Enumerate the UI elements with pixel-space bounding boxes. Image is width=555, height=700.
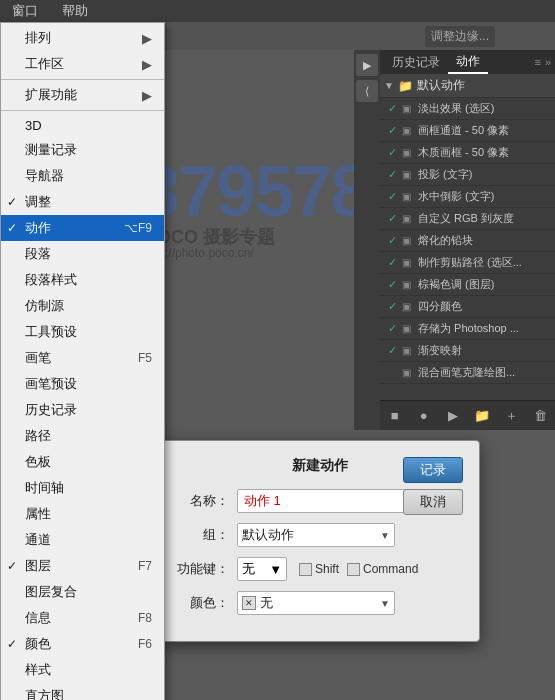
menu-item-adjustments[interactable]: ✓ 调整: [1, 189, 164, 215]
panel-tab-icons: ≡ »: [534, 56, 551, 68]
menu-item-tool-presets[interactable]: 工具预设: [1, 319, 164, 345]
dialog-color-row: 颜色： ✕ 无 ▼: [177, 591, 463, 615]
menu-item-brush[interactable]: 画笔 F5: [1, 345, 164, 371]
tab-history[interactable]: 历史记录: [384, 52, 448, 73]
panel-icon-2[interactable]: ⟨: [356, 80, 378, 102]
menu-item-brush-presets[interactable]: 画笔预设: [1, 371, 164, 397]
color-select-control[interactable]: ✕ 无 ▼: [237, 591, 395, 615]
checkbox-row: Shift Command: [299, 562, 418, 576]
group-select-value: 默认动作: [242, 526, 294, 544]
color-value: 无: [260, 594, 273, 612]
menu-item-paths[interactable]: 路径: [1, 423, 164, 449]
list-item[interactable]: ✓▣存储为 Photoshop ...: [380, 318, 555, 340]
stop-btn[interactable]: ■: [383, 406, 407, 426]
color-x-icon: ✕: [242, 596, 256, 610]
menu-item-layers[interactable]: ✓ 图层 F7: [1, 553, 164, 579]
window-dropdown-menu: 排列 ▶ 工作区 ▶ 扩展功能 ▶ 3D 测量记录 导航器 ✓ 调整 ✓ 动作 …: [0, 22, 165, 700]
top-menu-bar: 窗口 帮助: [0, 0, 555, 22]
menu-window[interactable]: 窗口: [8, 0, 42, 22]
cancel-action-btn[interactable]: 取消: [403, 489, 463, 515]
menu-item-measure[interactable]: 测量记录: [1, 137, 164, 163]
list-item[interactable]: ✓▣木质画框 - 50 像素: [380, 142, 555, 164]
command-checkbox[interactable]: Command: [347, 562, 418, 576]
create-folder-btn[interactable]: 📁: [470, 406, 494, 426]
panel-icon-1[interactable]: ▶: [356, 54, 378, 76]
panel-bottom-bar: ■ ● ▶ 📁 ＋ 🗑: [380, 400, 555, 430]
menu-item-layer-comps[interactable]: 图层复合: [1, 579, 164, 605]
actions-panel: 历史记录 动作 ≡ » ▼ 📁 默认动作 ✓▣淡出效果 (选区) ✓▣画框通道 …: [380, 50, 555, 430]
menu-divider-2: [1, 110, 164, 111]
color-label: 颜色：: [177, 594, 237, 612]
menu-item-paragraph[interactable]: 段落: [1, 241, 164, 267]
panel-tab-bar: 历史记录 动作 ≡ »: [380, 50, 555, 74]
fkey-select[interactable]: 无 ▼: [237, 557, 287, 581]
menu-item-history[interactable]: 历史记录: [1, 397, 164, 423]
menu-item-clone-source[interactable]: 仿制源: [1, 293, 164, 319]
menu-item-timeline[interactable]: 时间轴: [1, 475, 164, 501]
list-item[interactable]: ✓▣投影 (文字): [380, 164, 555, 186]
record-btn[interactable]: ●: [412, 406, 436, 426]
menu-item-3d[interactable]: 3D: [1, 113, 164, 137]
color-select-arrow: ▼: [380, 598, 390, 609]
list-item[interactable]: ✓▣画框通道 - 50 像素: [380, 120, 555, 142]
menu-divider-1: [1, 79, 164, 80]
list-item[interactable]: ▣混合画笔克隆绘图...: [380, 362, 555, 384]
menu-item-color[interactable]: ✓ 颜色 F6: [1, 631, 164, 657]
actions-list: ▼ 📁 默认动作 ✓▣淡出效果 (选区) ✓▣画框通道 - 50 像素 ✓▣木质…: [380, 74, 555, 400]
play-btn[interactable]: ▶: [441, 406, 465, 426]
menu-item-workspace[interactable]: 工作区 ▶: [1, 51, 164, 77]
new-action-dialog: 新建动作 记录 取消 名称： 组： 默认动作 ▼ 功能键： 无 ▼ Shift: [160, 440, 480, 642]
add-action-btn[interactable]: ＋: [499, 406, 523, 426]
group-select-arrow: ▼: [380, 530, 390, 541]
right-icon-bar: ▶ ⟨: [354, 50, 380, 430]
dialog-buttons: 记录 取消: [403, 457, 463, 515]
name-label: 名称：: [177, 492, 237, 510]
list-item[interactable]: ✓▣熔化的铅块: [380, 230, 555, 252]
list-item[interactable]: ✓▣水中倒影 (文字): [380, 186, 555, 208]
record-action-btn[interactable]: 记录: [403, 457, 463, 483]
list-item[interactable]: ✓▣自定义 RGB 到灰度: [380, 208, 555, 230]
menu-item-paragraph-style[interactable]: 段落样式: [1, 267, 164, 293]
menu-item-swatches[interactable]: 色板: [1, 449, 164, 475]
shift-label: Shift: [315, 562, 339, 576]
fkey-value: 无: [242, 560, 255, 578]
tab-actions[interactable]: 动作: [448, 51, 488, 74]
command-checkbox-box: [347, 563, 360, 576]
panel-expand-icon[interactable]: »: [545, 56, 551, 68]
list-item[interactable]: ✓▣制作剪贴路径 (选区...: [380, 252, 555, 274]
menu-item-channels[interactable]: 通道: [1, 527, 164, 553]
menu-item-extensions[interactable]: 扩展功能 ▶: [1, 82, 164, 108]
dialog-fkey-row: 功能键： 无 ▼ Shift Command: [177, 557, 463, 581]
menu-item-navigator[interactable]: 导航器: [1, 163, 164, 189]
menu-help[interactable]: 帮助: [58, 0, 92, 22]
action-group-default[interactable]: ▼ 📁 默认动作: [380, 74, 555, 98]
shift-checkbox[interactable]: Shift: [299, 562, 339, 576]
menu-item-properties[interactable]: 属性: [1, 501, 164, 527]
delete-btn[interactable]: 🗑: [528, 406, 552, 426]
list-item[interactable]: ✓▣渐变映射: [380, 340, 555, 362]
list-item[interactable]: ✓▣棕褐色调 (图层): [380, 274, 555, 296]
dialog-group-row: 组： 默认动作 ▼: [177, 523, 463, 547]
command-label: Command: [363, 562, 418, 576]
menu-item-actions[interactable]: ✓ 动作 ⌥F9: [1, 215, 164, 241]
menu-item-arrange[interactable]: 排列 ▶: [1, 25, 164, 51]
panel-menu-icon[interactable]: ≡: [534, 56, 540, 68]
menu-item-histogram[interactable]: 直方图: [1, 683, 164, 700]
fkey-label: 功能键：: [177, 560, 237, 578]
group-select[interactable]: 默认动作 ▼: [237, 523, 395, 547]
list-item[interactable]: ✓▣四分颜色: [380, 296, 555, 318]
menu-item-info[interactable]: 信息 F8: [1, 605, 164, 631]
menu-item-styles[interactable]: 样式: [1, 657, 164, 683]
fkey-arrow: ▼: [269, 562, 282, 577]
watermark-numbers: 379578: [140, 150, 368, 232]
shift-checkbox-box: [299, 563, 312, 576]
list-item[interactable]: ✓▣淡出效果 (选区): [380, 98, 555, 120]
adjust-edge-btn[interactable]: 调整边缘...: [425, 26, 495, 47]
color-select-inner: ✕ 无: [242, 594, 273, 612]
group-label: 组：: [177, 526, 237, 544]
